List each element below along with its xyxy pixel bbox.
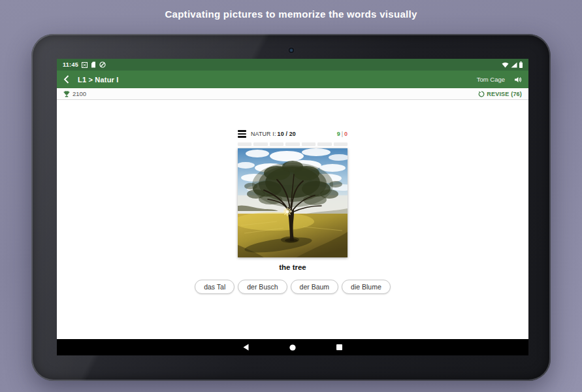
answer-button[interactable]: der Baum — [291, 280, 339, 294]
tablet-device: 11:45 — [31, 34, 551, 381]
points-bar: 2100 REVISE (76) — [57, 88, 528, 100]
progress-segments — [238, 142, 348, 145]
camera-icon — [287, 46, 295, 54]
status-time: 11:45 — [63, 61, 78, 68]
quiz-content: NATUR I:10 / 20 9|0 — [57, 100, 528, 339]
progress-segment — [285, 142, 299, 145]
lesson-progress: 10 / 20 — [278, 131, 296, 137]
app-notification-icon — [82, 62, 88, 68]
progress-segment — [238, 142, 251, 145]
nav-home-icon[interactable] — [289, 344, 296, 351]
wifi-icon — [502, 62, 509, 68]
score-divider: | — [342, 131, 343, 137]
revise-label: REVISE (76) — [487, 91, 522, 97]
data-saver-icon — [99, 61, 106, 68]
app-bar: L1 > Natur I Tom Cage — [57, 71, 528, 88]
question-word: the tree — [238, 263, 348, 271]
trophy-icon — [63, 91, 70, 97]
nav-back-icon[interactable] — [243, 344, 249, 351]
nav-recents-icon[interactable] — [336, 344, 342, 350]
question-image — [238, 148, 348, 257]
sim-card-icon — [91, 61, 96, 68]
status-bar: 11:45 — [57, 59, 528, 71]
back-icon[interactable] — [63, 75, 69, 84]
score-correct: 9 — [337, 131, 340, 137]
progress-segment — [317, 142, 331, 145]
answer-button[interactable]: der Busch — [238, 280, 287, 294]
menu-icon[interactable] — [238, 130, 246, 137]
progress-segment — [270, 142, 283, 145]
progress-segment — [334, 142, 348, 145]
progress-segment — [302, 142, 315, 145]
score: 9|0 — [337, 131, 348, 137]
quiz-header: NATUR I:10 / 20 9|0 — [238, 129, 348, 139]
score-wrong: 0 — [344, 131, 348, 137]
revise-button[interactable]: REVISE (76) — [478, 91, 522, 97]
answer-row: das Talder Buschder Baumdie Blume — [195, 280, 391, 294]
tablet-screen: 11:45 — [57, 59, 528, 355]
answer-button[interactable]: die Blume — [342, 280, 391, 294]
answer-button[interactable]: das Tal — [195, 280, 234, 294]
breadcrumb: L1 > Natur I — [78, 76, 119, 84]
speaker-icon[interactable] — [514, 76, 522, 84]
cell-signal-icon — [511, 62, 517, 68]
android-nav-bar — [57, 339, 528, 355]
progress-segment — [253, 142, 267, 145]
battery-icon — [519, 61, 523, 68]
sync-icon — [478, 91, 485, 97]
user-name: Tom Cage — [477, 76, 505, 83]
lesson-label: NATUR I: — [251, 131, 276, 137]
quiz-title: NATUR I:10 / 20 — [251, 131, 296, 137]
points-value: 2100 — [73, 90, 86, 97]
page-caption: Captivating pictures to memorize the wor… — [0, 0, 582, 20]
